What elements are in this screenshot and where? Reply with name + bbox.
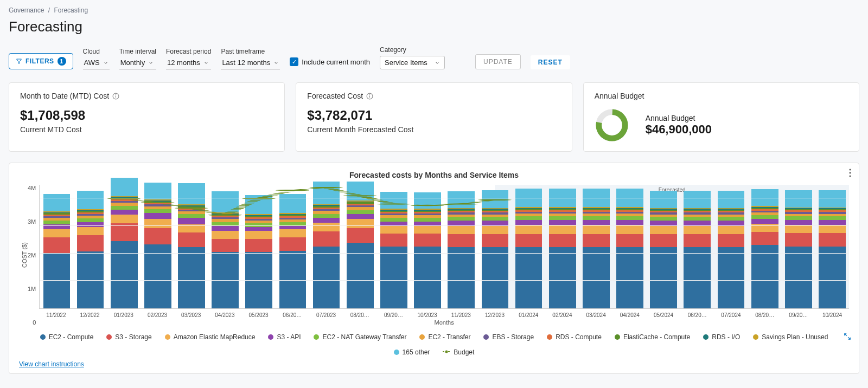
reset-button[interactable]: RESET: [531, 55, 570, 69]
cloud-select[interactable]: AWS: [83, 57, 110, 69]
chart-legend: EC2 - ComputeS3 - StorageAmazon Elastic …: [19, 333, 849, 356]
bar-slot[interactable]: [141, 183, 175, 308]
mtd-cost-card: Month to Date (MTD) Cost $1,708,598 Curr…: [9, 82, 285, 152]
chevron-down-icon: [203, 60, 209, 66]
info-icon[interactable]: [366, 93, 373, 100]
mtd-card-title: Month to Date (MTD) Cost: [20, 92, 109, 100]
svg-point-9: [850, 169, 851, 171]
legend-item[interactable]: ElastiCache - Compute: [615, 333, 690, 341]
forecasted-cost-card: Forecasted Cost $3,782,071 Current Month…: [296, 82, 572, 152]
budget-card-title: Annual Budget: [595, 92, 644, 100]
bar-slot[interactable]: [276, 194, 309, 308]
fc-card-title: Forecasted Cost: [307, 92, 363, 100]
page-title: Forecasting: [9, 18, 859, 35]
legend-item[interactable]: EC2 - Transfer: [419, 333, 470, 341]
bar-slot[interactable]: [107, 178, 141, 308]
forecast-period-label: Forecast period: [166, 48, 211, 55]
annual-budget-card: Annual Budget Annual Budget $46,900,000: [583, 82, 859, 152]
category-label: Category: [380, 46, 445, 54]
budget-donut-chart: [595, 108, 629, 143]
bar-slot[interactable]: [343, 182, 377, 308]
chart-expand-button[interactable]: [844, 333, 851, 342]
legend-item[interactable]: Savings Plan - Unused: [753, 333, 828, 341]
bar-slot[interactable]: [444, 191, 478, 308]
cloud-label: Cloud: [83, 48, 110, 55]
breadcrumb-current: Forecasting: [54, 7, 88, 14]
bar-slot[interactable]: [411, 192, 444, 308]
bar-slot[interactable]: [613, 189, 647, 308]
legend-item[interactable]: EC2 - NAT Gateway Transfer: [314, 333, 406, 341]
legend-item[interactable]: RDS - I/O: [703, 333, 740, 341]
time-interval-select[interactable]: Monthly: [119, 57, 156, 69]
forecast-period-select[interactable]: 12 months: [166, 57, 211, 69]
category-select[interactable]: Service Items: [380, 56, 445, 69]
chevron-down-icon: [148, 60, 154, 66]
legend-item[interactable]: RDS - Compute: [547, 333, 602, 341]
legend-item-budget[interactable]: Budget: [443, 348, 474, 356]
chevron-down-icon: [273, 60, 279, 66]
time-interval-label: Time interval: [119, 48, 156, 55]
info-icon[interactable]: [112, 93, 119, 100]
mtd-value: $1,708,598: [20, 108, 273, 123]
update-button[interactable]: UPDATE: [475, 54, 521, 69]
fc-value: $3,782,071: [307, 108, 560, 123]
past-timeframe-select[interactable]: Last 12 months: [221, 57, 280, 69]
y-axis-label: COST ($): [19, 185, 28, 326]
controls-row: FILTERS 1 Cloud AWS Time interval Monthl…: [9, 46, 859, 69]
budget-value: $46,900,000: [646, 122, 712, 137]
svg-line-25: [848, 337, 850, 339]
x-axis-ticks: 11/202212/202201/202302/202303/202304/20…: [39, 309, 849, 318]
budget-label: Annual Budget: [646, 114, 712, 122]
include-current-checkbox[interactable]: ✓ Include current month: [290, 57, 370, 66]
bar-slot[interactable]: [782, 190, 815, 308]
legend-item[interactable]: S3 - Storage: [106, 333, 151, 341]
chart-options-button[interactable]: [849, 169, 851, 179]
dots-vertical-icon: [849, 169, 851, 177]
bar-slot[interactable]: [815, 190, 849, 308]
y-axis-ticks: 4M3M2M1M0: [28, 185, 39, 326]
bar-slot[interactable]: [680, 191, 714, 308]
breadcrumb-root[interactable]: Governance: [9, 7, 44, 14]
fc-sub: Current Month Forecasted Cost: [307, 125, 560, 134]
svg-point-11: [850, 176, 851, 177]
chevron-down-icon: [435, 60, 440, 66]
view-instructions-link[interactable]: View chart instructions: [19, 360, 84, 368]
svg-point-10: [850, 172, 851, 174]
filters-button[interactable]: FILTERS 1: [9, 53, 73, 69]
filter-icon: [16, 58, 22, 64]
bars-container: [40, 185, 849, 308]
chevron-down-icon: [103, 60, 108, 66]
bar-slot[interactable]: [175, 183, 208, 308]
bar-slot[interactable]: [478, 190, 512, 308]
bar-slot[interactable]: [512, 189, 545, 308]
bar-slot[interactable]: [40, 194, 73, 308]
svg-line-24: [845, 334, 847, 336]
bar-slot[interactable]: [647, 191, 680, 308]
chart-title: Forecasted costs by Months and Service I…: [19, 171, 849, 179]
legend-item[interactable]: Amazon Elastic MapReduce: [165, 333, 256, 341]
chart-plot-area[interactable]: Forecasted: [39, 185, 849, 309]
bar-slot[interactable]: [310, 182, 343, 308]
svg-point-6: [369, 94, 370, 95]
legend-item[interactable]: EC2 - Compute: [40, 333, 94, 341]
bar-slot[interactable]: [579, 189, 613, 308]
summary-cards-row: Month to Date (MTD) Cost $1,708,598 Curr…: [9, 82, 859, 152]
bar-slot[interactable]: [73, 191, 107, 308]
past-timeframe-label: Past timeframe: [221, 48, 280, 55]
x-axis-label: Months: [39, 319, 849, 326]
legend-item[interactable]: 165 other: [394, 348, 430, 356]
legend-item[interactable]: EBS - Storage: [483, 333, 534, 341]
bar-slot[interactable]: [377, 192, 411, 308]
collapse-icon: [844, 333, 851, 340]
bar-slot[interactable]: [748, 189, 782, 308]
legend-item[interactable]: S3 - API: [268, 333, 301, 341]
bar-slot[interactable]: [546, 189, 579, 308]
svg-point-27: [445, 351, 448, 353]
forecast-chart-card: Forecasted costs by Months and Service I…: [9, 163, 859, 374]
bar-slot[interactable]: [242, 195, 276, 308]
svg-marker-0: [17, 59, 22, 63]
svg-point-8: [598, 112, 624, 138]
bar-slot[interactable]: [208, 191, 242, 308]
filters-count-badge: 1: [58, 57, 66, 66]
bar-slot[interactable]: [714, 191, 748, 308]
